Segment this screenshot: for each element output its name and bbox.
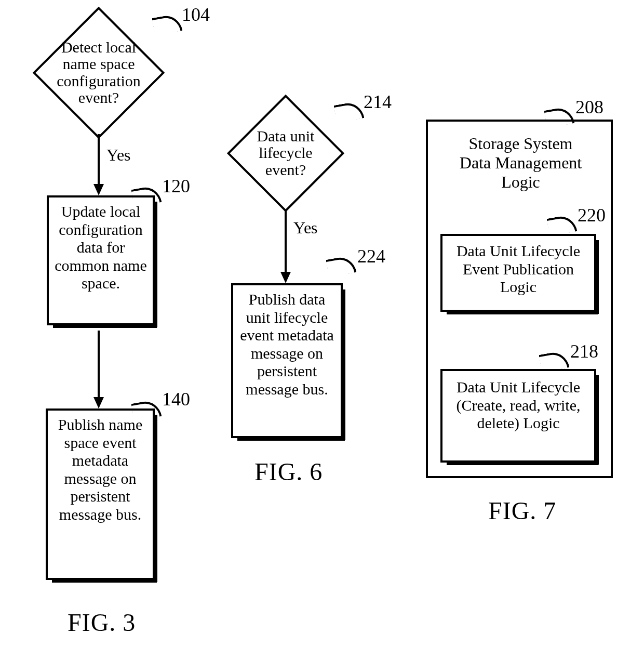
figure-caption-6: FIG. 6 <box>254 457 323 486</box>
svg-marker-3 <box>93 397 104 408</box>
process-140-text: Publish name space event metadata messag… <box>58 416 143 523</box>
arrow-120-to-140 <box>92 331 105 408</box>
diagram-canvas: Detect local name space configuration ev… <box>0 0 644 659</box>
ref-218: 218 <box>570 342 598 362</box>
block-220: Data Unit Lifecycle Event Publication Lo… <box>440 234 596 312</box>
ref-140: 140 <box>162 390 190 410</box>
svg-marker-5 <box>280 272 291 283</box>
process-120-text: Update local configuration data for comm… <box>55 203 146 292</box>
figure-caption-7: FIG. 7 <box>488 496 556 525</box>
arrow-104-to-120 <box>92 134 105 195</box>
arrow-214-to-224 <box>279 210 292 283</box>
container-208-title: Storage System Data Management Logic <box>452 134 589 191</box>
ref-208: 208 <box>575 98 603 117</box>
callout-arc-224 <box>326 255 356 278</box>
edge-label-yes-1: Yes <box>106 146 131 165</box>
ref-120: 120 <box>162 177 190 196</box>
svg-marker-1 <box>93 184 104 195</box>
decision-214-text: Data unit lifecycle event? <box>242 128 330 178</box>
process-120: Update local configuration data for comm… <box>47 195 155 325</box>
ref-214: 214 <box>364 93 392 112</box>
process-224-text: Publish data unit lifecycle event metada… <box>240 291 334 398</box>
process-224: Publish data unit lifecycle event metada… <box>231 283 343 438</box>
ref-104: 104 <box>182 5 210 25</box>
decision-214: Data unit lifecycle event? <box>223 91 348 216</box>
process-140: Publish name space event metadata messag… <box>46 408 155 580</box>
ref-220: 220 <box>578 206 606 226</box>
block-220-text: Data Unit Lifecycle Event Publication Lo… <box>457 242 580 295</box>
decision-104: Detect local name space configuration ev… <box>31 5 166 140</box>
figure-caption-3: FIG. 3 <box>68 608 136 637</box>
block-218: Data Unit Lifecycle (Create, read, write… <box>440 369 596 463</box>
ref-224: 224 <box>357 247 385 267</box>
decision-104-text: Detect local name space configuration ev… <box>47 39 151 107</box>
edge-label-yes-2: Yes <box>293 218 318 238</box>
block-218-text: Data Unit Lifecycle (Create, read, write… <box>456 378 580 431</box>
